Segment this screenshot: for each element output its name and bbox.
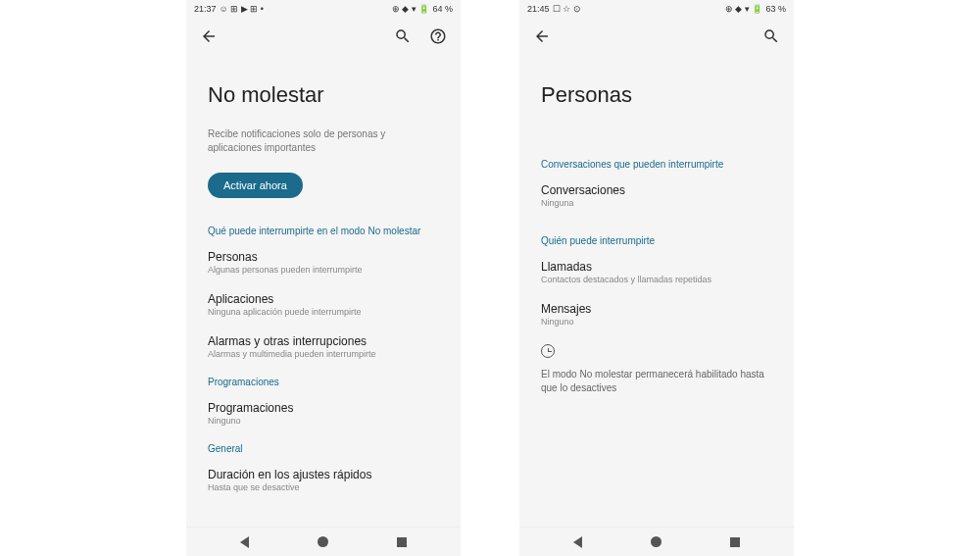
status-left-icons: ☐ ☆ ⊙	[553, 5, 581, 14]
nav-home-icon[interactable]	[651, 536, 662, 547]
status-time: 21:45	[527, 5, 550, 14]
back-arrow-icon[interactable]	[200, 27, 218, 45]
info-text: El modo No molestar permanecerá habilita…	[541, 368, 772, 395]
status-left-icons: ☺ ⊞ ▶ ⊞ •	[220, 5, 264, 14]
setting-subtitle: Contactos destacados y llamadas repetida…	[541, 275, 772, 284]
setting-title: Llamadas	[541, 260, 772, 274]
status-battery: 63 %	[765, 5, 786, 14]
setting-title: Personas	[208, 250, 439, 264]
phone-screen-left: 21:37 ☺ ⊞ ▶ ⊞ • ⊕ ◆ ▾ 🔋 64 % No molestar…	[186, 0, 461, 556]
phone-screen-right: 21:45 ☐ ☆ ⊙ ⊕ ◆ ▾ 🔋 63 % Personas Conver…	[519, 0, 794, 556]
search-icon[interactable]	[762, 27, 780, 45]
setting-title: Duración en los ajustes rápidos	[208, 468, 439, 481]
section-header-quien: Quién puede interrumpirte	[541, 235, 772, 246]
setting-subtitle: Ninguno	[541, 317, 772, 327]
content-area: No molestar Recibe notificaciones solo d…	[186, 55, 461, 527]
section-header-interruptions: Qué puede interrumpirte en el modo No mo…	[208, 226, 439, 236]
status-time: 21:37	[194, 5, 217, 14]
nav-recent-icon[interactable]	[397, 537, 407, 547]
nav-back-icon[interactable]	[240, 536, 249, 548]
setting-llamadas[interactable]: Llamadas Contactos destacados y llamadas…	[541, 260, 772, 284]
toolbar	[519, 18, 794, 55]
section-header-general: General	[208, 443, 439, 454]
status-bar: 21:37 ☺ ⊞ ▶ ⊞ • ⊕ ◆ ▾ 🔋 64 %	[186, 0, 461, 18]
page-subtitle: Recibe notificaciones solo de personas y…	[208, 127, 439, 155]
status-right-icons: ⊕ ◆ ▾ 🔋	[392, 5, 430, 14]
setting-personas[interactable]: Personas Algunas personas pueden interru…	[208, 250, 439, 275]
setting-subtitle: Alarmas y multimedia pueden interrumpirt…	[208, 349, 439, 359]
setting-alarmas[interactable]: Alarmas y otras interrupciones Alarmas y…	[208, 334, 439, 359]
search-icon[interactable]	[394, 27, 412, 45]
section-header-programaciones: Programaciones	[208, 377, 439, 387]
setting-subtitle: Ninguna aplicación puede interrumpirte	[208, 307, 439, 317]
setting-subtitle: Ninguna	[541, 198, 772, 208]
setting-title: Programaciones	[208, 401, 439, 415]
setting-title: Conversaciones	[541, 183, 772, 197]
setting-subtitle: Ninguno	[208, 416, 439, 426]
status-right-icons: ⊕ ◆ ▾ 🔋	[725, 5, 763, 14]
info-block: El modo No molestar permanecerá habilita…	[541, 344, 772, 395]
section-header-conversaciones: Conversaciones que pueden interrumpirte	[541, 159, 772, 170]
clock-icon	[541, 344, 555, 358]
setting-mensajes[interactable]: Mensajes Ninguno	[541, 302, 772, 327]
setting-programaciones[interactable]: Programaciones Ninguno	[208, 401, 439, 426]
setting-title: Mensajes	[541, 302, 772, 316]
setting-title: Aplicaciones	[208, 292, 439, 306]
nav-home-icon[interactable]	[318, 536, 328, 547]
setting-conversaciones[interactable]: Conversaciones Ninguna	[541, 183, 772, 208]
status-battery: 64 %	[432, 5, 453, 14]
nav-recent-icon[interactable]	[730, 537, 740, 547]
navigation-bar	[186, 527, 461, 556]
nav-back-icon[interactable]	[573, 536, 582, 548]
content-area: Personas Conversaciones que pueden inter…	[519, 55, 794, 527]
activate-button[interactable]: Activar ahora	[208, 173, 303, 198]
toolbar	[186, 18, 461, 55]
page-title: No molestar	[208, 82, 439, 108]
page-title: Personas	[541, 82, 772, 108]
setting-aplicaciones[interactable]: Aplicaciones Ninguna aplicación puede in…	[208, 292, 439, 317]
help-icon[interactable]	[429, 27, 447, 45]
setting-subtitle: Hasta que se desactive	[208, 482, 439, 492]
back-arrow-icon[interactable]	[533, 27, 551, 45]
setting-subtitle: Algunas personas pueden interrumpirte	[208, 265, 439, 275]
status-bar: 21:45 ☐ ☆ ⊙ ⊕ ◆ ▾ 🔋 63 %	[519, 0, 794, 18]
setting-duracion[interactable]: Duración en los ajustes rápidos Hasta qu…	[208, 468, 439, 492]
navigation-bar	[519, 527, 794, 556]
setting-title: Alarmas y otras interrupciones	[208, 334, 439, 348]
